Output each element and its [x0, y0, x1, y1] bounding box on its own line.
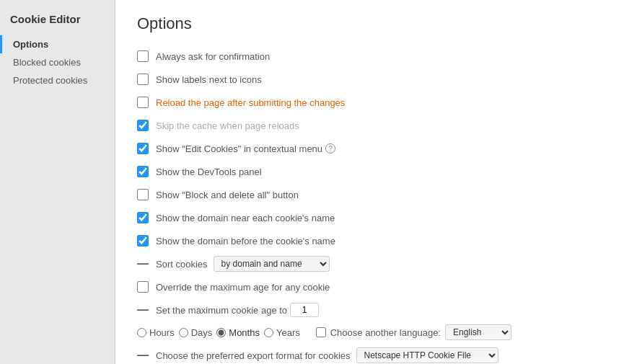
option-show-labels: Show labels next to icons	[137, 71, 602, 88]
radio-option-months: Months	[216, 327, 260, 338]
radio-option-days: Days	[179, 327, 213, 338]
question-mark-icon[interactable]: ?	[325, 143, 335, 154]
dash-icon-export: —	[137, 350, 149, 361]
label-always-confirm: Always ask for confirmation	[156, 51, 270, 62]
checkbox-show-labels[interactable]	[137, 74, 149, 85]
checkbox-show-domain-before[interactable]	[137, 235, 149, 247]
sort-cookies-label: Sort cookies	[156, 259, 208, 270]
radio-option-hours: Hours	[137, 327, 175, 338]
radio-months[interactable]	[216, 328, 226, 337]
sidebar-item-protected-cookies[interactable]: Protected cookies	[0, 71, 115, 89]
max-age-label: Set the maximum cookie age to	[156, 305, 287, 316]
language-label: Choose another language:	[330, 327, 441, 338]
radio-label-months[interactable]: Months	[229, 327, 260, 338]
radio-years[interactable]	[264, 328, 273, 337]
radio-hours[interactable]	[137, 328, 146, 337]
radio-label-years[interactable]: Years	[276, 327, 300, 338]
label-show-domain-before: Show the domain before the cookie's name	[156, 236, 335, 247]
sort-cookies-select[interactable]: by domain and name by name by domain by …	[214, 256, 330, 272]
sort-cookies-row: — Sort cookies by domain and name by nam…	[137, 255, 602, 272]
label-skip-cache: Skip the cache when page reloads	[156, 120, 299, 131]
language-row: Choose another language: English French …	[316, 324, 511, 340]
dash-icon-sort: —	[137, 258, 149, 270]
export-format-label: Choose the preferred export format for c…	[156, 350, 351, 361]
label-reload-page: Reload the page after submitting the cha…	[156, 97, 345, 108]
radio-option-years: Years	[264, 327, 300, 338]
sidebar: Cookie Editor Options Blocked cookies Pr…	[0, 0, 115, 364]
export-format-row: — Choose the preferred export format for…	[137, 347, 602, 363]
option-show-devtools: Show the DevTools panel	[137, 163, 602, 180]
option-show-edit-context: Show "Edit Cookies" in contextual menu ?	[137, 140, 602, 157]
option-override-max-age: Override the maximum age for any cookie	[137, 278, 602, 296]
sidebar-item-blocked-cookies[interactable]: Blocked cookies	[0, 53, 115, 71]
checkbox-show-devtools[interactable]	[137, 166, 149, 177]
radio-label-days[interactable]: Days	[191, 327, 213, 338]
label-show-domain-near: Show the domain near each cookie's name	[156, 213, 335, 223]
sidebar-item-options[interactable]: Options	[0, 35, 115, 53]
max-age-input[interactable]	[290, 303, 319, 317]
radio-days[interactable]	[179, 328, 188, 337]
set-max-age-row: — Set the maximum cookie age to	[137, 301, 602, 319]
option-skip-cache: Skip the cache when page reloads	[137, 117, 602, 134]
checkbox-reload-page[interactable]	[137, 97, 149, 108]
time-unit-and-language-row: Hours Days Months Years Choose another l…	[137, 324, 602, 340]
label-show-block-delete: Show "Block and delete all" button	[156, 190, 299, 200]
option-show-domain-before: Show the domain before the cookie's name	[137, 232, 602, 249]
checkbox-show-edit-context[interactable]	[137, 143, 149, 154]
checkbox-override-max-age[interactable]	[137, 281, 149, 293]
checkbox-show-block-delete[interactable]	[137, 189, 149, 200]
label-show-labels: Show labels next to icons	[156, 74, 262, 85]
label-show-devtools: Show the DevTools panel	[156, 167, 262, 177]
export-format-select[interactable]: Netscape HTTP Cookie File JSON CSV	[356, 347, 498, 363]
app-title: Cookie Editor	[0, 7, 115, 35]
main-content: Options Always ask for confirmation Show…	[115, 0, 624, 364]
checkbox-always-confirm[interactable]	[137, 50, 149, 62]
dash-icon-age: —	[137, 304, 149, 316]
checkbox-language[interactable]	[316, 327, 326, 337]
language-select[interactable]: English French German Spanish	[445, 324, 511, 340]
option-show-block-delete: Show "Block and delete all" button	[137, 186, 602, 203]
option-show-domain-near: Show the domain near each cookie's name	[137, 209, 602, 226]
page-title: Options	[137, 14, 602, 33]
checkbox-skip-cache[interactable]	[137, 120, 149, 131]
checkbox-show-domain-near[interactable]	[137, 212, 149, 223]
radio-label-hours[interactable]: Hours	[149, 327, 175, 338]
label-override-max-age: Override the maximum age for any cookie	[156, 282, 330, 293]
option-reload-page: Reload the page after submitting the cha…	[137, 94, 602, 111]
label-show-edit-context: Show "Edit Cookies" in contextual menu	[156, 143, 322, 154]
option-always-confirm: Always ask for confirmation	[137, 48, 602, 65]
